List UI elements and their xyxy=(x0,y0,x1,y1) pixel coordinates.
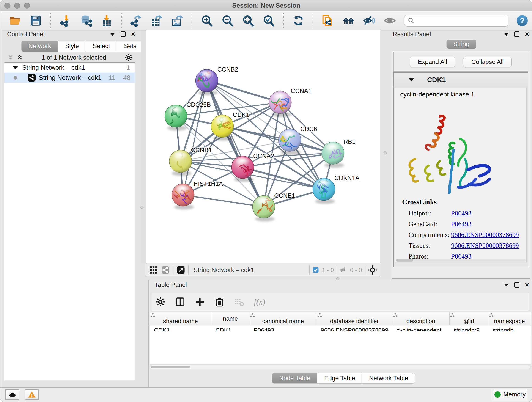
export-table-icon[interactable] xyxy=(151,14,163,27)
delete-column-trash-icon[interactable] xyxy=(215,297,225,307)
zoom-out-icon[interactable] xyxy=(221,14,234,27)
crosslinks-section: CrossLinks Uniprot:P06493GeneCard:P06493… xyxy=(395,198,526,260)
column-header-shared-name[interactable]: shared name xyxy=(150,313,211,325)
column-header--id[interactable]: @id xyxy=(449,313,488,325)
network-node-CCNE1[interactable]: CCNE1 xyxy=(253,192,295,222)
import-network-database-icon[interactable] xyxy=(80,14,92,27)
network-collection-row[interactable]: String Network – cdk1 1 xyxy=(4,63,135,73)
delete-table-icon xyxy=(234,297,244,307)
collapse-all-networks-icon[interactable] xyxy=(7,54,14,61)
homes-icon[interactable] xyxy=(342,14,355,27)
network-node-CDKN1A[interactable]: CDKN1A xyxy=(313,175,360,204)
show-hide-eye-icon[interactable] xyxy=(384,14,396,27)
expand-all-networks-icon[interactable] xyxy=(16,54,23,61)
float-panel-icon[interactable] xyxy=(514,282,519,288)
column-header-canonical-name[interactable]: canonical name xyxy=(249,313,317,325)
zoom-in-icon[interactable] xyxy=(201,14,213,27)
close-panel-icon[interactable]: × xyxy=(525,282,529,288)
tab-style[interactable]: Style xyxy=(58,41,86,52)
column-header-namespace[interactable]: namespace xyxy=(488,313,531,325)
left-splitter[interactable] xyxy=(141,30,146,263)
network-share-view-icon[interactable] xyxy=(161,266,170,274)
collapse-all-button[interactable]: Collapse All xyxy=(463,57,512,67)
search-field[interactable] xyxy=(404,15,508,27)
warnings-button[interactable] xyxy=(25,389,39,400)
scrollbar-thumb[interactable] xyxy=(151,366,190,368)
grid-view-icon[interactable] xyxy=(149,266,158,274)
selected-checkbox-icon[interactable] xyxy=(312,267,319,274)
column-header-database-identifier[interactable]: database identifier xyxy=(317,313,392,325)
crosslink-link[interactable]: 9606.ENSP00000378699 xyxy=(451,231,519,239)
hide-labels-icon[interactable] xyxy=(363,14,375,27)
show-columns-icon[interactable] xyxy=(175,297,185,307)
memory-button[interactable]: Memory xyxy=(493,389,527,400)
zoom-fit-icon[interactable] xyxy=(242,14,254,27)
tab-node-table[interactable]: Node Table xyxy=(272,373,317,383)
export-network-icon[interactable] xyxy=(130,14,142,27)
scrollbar-thumb[interactable] xyxy=(396,259,413,262)
network-node-HIST1H1A[interactable]: HIST1H1A xyxy=(170,180,223,210)
refresh-icon[interactable] xyxy=(292,14,304,27)
cloud-status-button[interactable] xyxy=(6,389,19,400)
tab-select[interactable]: Select xyxy=(86,41,117,52)
column-label: canonical name xyxy=(262,318,304,325)
protein-section-header[interactable]: CDK1 xyxy=(394,73,528,87)
column-header-name[interactable]: name xyxy=(211,313,249,325)
tab-network[interactable]: Network xyxy=(22,41,58,52)
hidden-elements-icon[interactable] xyxy=(340,266,347,274)
network-label: String Network – cdk1 xyxy=(39,74,101,81)
window-title: Session: New Session xyxy=(0,0,532,11)
close-panel-icon[interactable]: × xyxy=(131,32,135,37)
import-table-file-icon[interactable] xyxy=(100,14,113,27)
string-network-icon xyxy=(28,74,36,82)
collapse-panel-icon[interactable] xyxy=(504,33,509,36)
zoom-selected-icon[interactable] xyxy=(263,14,275,27)
birdseye-view-icon[interactable] xyxy=(177,266,185,274)
column-label: description xyxy=(406,318,435,325)
collection-expander-icon[interactable] xyxy=(13,66,18,70)
network-canvas[interactable]: CCNB2CCNA1CDC25BCDK1CDC6RB1CCNB1CCNA2CDK… xyxy=(146,30,380,263)
crosslink-label: Tissues: xyxy=(409,242,451,249)
table-horizontal-scrollbar[interactable] xyxy=(150,365,531,369)
network-options-gear-icon[interactable] xyxy=(125,53,133,62)
import-network-file-icon[interactable] xyxy=(59,14,71,27)
left-splitter-handle[interactable] xyxy=(140,206,143,209)
export-image-icon[interactable] xyxy=(171,14,184,27)
network-node-count: 11 xyxy=(109,74,115,81)
crosslink-link[interactable]: P06493 xyxy=(451,220,472,228)
network-node-RB1[interactable]: RB1 xyxy=(322,138,355,168)
save-session-icon[interactable] xyxy=(30,14,42,27)
crosslink-link[interactable]: 9606.ENSP00000378699 xyxy=(451,242,519,249)
node-label: CDC6 xyxy=(300,126,317,133)
network-node-CDC25B[interactable]: CDC25B xyxy=(165,101,211,131)
right-splitter-handle[interactable] xyxy=(384,152,386,154)
crosslink-link[interactable]: P06493 xyxy=(451,210,472,217)
float-panel-icon[interactable] xyxy=(514,32,519,37)
tab-string[interactable]: String xyxy=(446,40,476,49)
node-label: RB1 xyxy=(343,138,355,145)
collapse-panel-icon[interactable] xyxy=(504,283,509,287)
reposition-crosshair-icon[interactable] xyxy=(368,265,377,275)
float-panel-icon[interactable] xyxy=(120,32,126,37)
network-node-CCNB1[interactable]: CCNB1 xyxy=(169,147,212,176)
string-copy-network-icon[interactable] xyxy=(322,14,334,27)
close-panel-icon[interactable]: × xyxy=(525,32,529,37)
tab-sets[interactable]: Sets xyxy=(117,41,143,52)
collection-count: 1 xyxy=(126,64,130,71)
column-header-description[interactable]: description xyxy=(392,313,449,325)
search-input[interactable] xyxy=(416,17,505,24)
network-graph[interactable]: CCNB2CCNA1CDC25BCDK1CDC6RB1CCNB1CCNA2CDK… xyxy=(146,30,380,263)
results-horizontal-scrollbar[interactable] xyxy=(396,259,526,262)
expand-all-button[interactable]: Expand All xyxy=(410,57,455,67)
help-button[interactable]: ? xyxy=(517,15,528,26)
column-label: namespace xyxy=(494,318,525,325)
tab-network-table[interactable]: Network Table xyxy=(362,373,415,383)
table-options-gear-icon[interactable] xyxy=(155,297,165,307)
network-row[interactable]: String Network – cdk1 11 48 xyxy=(4,73,135,83)
create-column-plus-icon[interactable] xyxy=(195,297,205,307)
tab-edge-table[interactable]: Edge Table xyxy=(317,373,362,383)
open-session-icon[interactable] xyxy=(9,14,21,27)
collapse-panel-icon[interactable] xyxy=(110,33,115,36)
protein-section-expander-icon[interactable] xyxy=(409,78,414,81)
network-node-CCNB2[interactable]: CCNB2 xyxy=(194,66,238,95)
